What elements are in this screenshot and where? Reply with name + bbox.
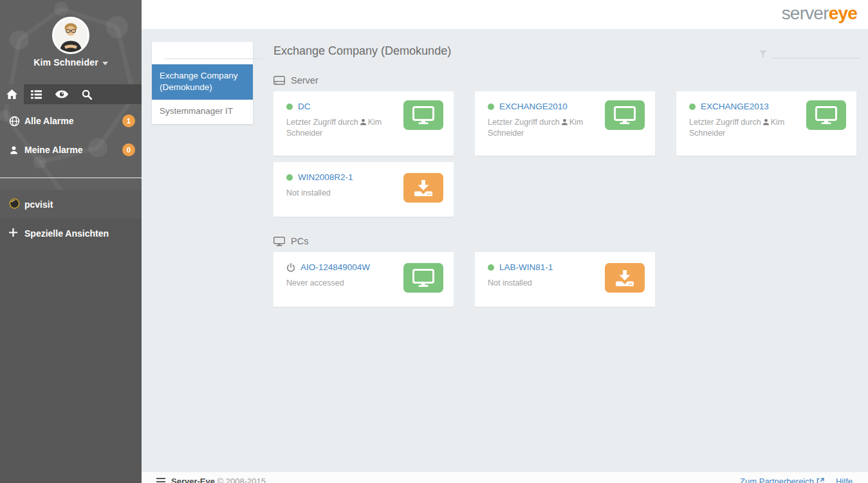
footer: Server-Eye © 2008-2015 Zum Partnerbereic… xyxy=(142,471,868,483)
sidebar-item-label: Spezielle Ansichten xyxy=(24,228,109,239)
person-icon xyxy=(360,118,367,125)
alarm-count-badge: 1 xyxy=(122,114,135,127)
subtitle-prefix: Letzter Zugriff durch xyxy=(488,118,560,127)
globe-icon xyxy=(9,116,24,127)
sidebar-lower-area xyxy=(0,219,142,483)
device-filter-input[interactable] xyxy=(772,48,859,59)
status-online-dot xyxy=(488,264,494,271)
monitor-icon xyxy=(815,106,837,124)
device-card: LAB-WIN81-1 Not installed xyxy=(475,252,655,307)
person-icon xyxy=(762,118,770,125)
download-icon xyxy=(414,180,432,196)
logo-orange-part: eye xyxy=(829,3,857,23)
monitor-icon xyxy=(412,106,434,124)
device-name: LAB-WIN81-1 xyxy=(499,262,553,272)
list-icon xyxy=(31,90,42,99)
partner-area-label: Zum Partnerbereich xyxy=(740,477,814,483)
subtitle-prefix: Letzter Zugriff durch xyxy=(689,118,761,127)
section-heading-label: Server xyxy=(291,75,319,86)
tab-list[interactable] xyxy=(24,84,49,104)
tab-search[interactable] xyxy=(74,84,99,104)
device-name: EXCHANGE2010 xyxy=(499,102,568,111)
user-name-label: Kim Schneider xyxy=(33,57,98,68)
monitor-icon xyxy=(614,106,636,124)
help-link[interactable]: Hilfe xyxy=(836,477,853,483)
monitor-icon xyxy=(412,269,434,287)
status-online-dot xyxy=(286,174,293,181)
avatar[interactable] xyxy=(52,17,89,54)
sidebar-item-label: Meine Alarme xyxy=(24,145,83,155)
device-filter-row xyxy=(759,48,859,59)
install-button[interactable] xyxy=(605,263,645,293)
sidebar-item-meine-alarme[interactable]: Meine Alarme 0 xyxy=(0,138,142,162)
device-card: EXCHANGE2013 Letzter Zugriff durchKim Sc… xyxy=(676,91,856,156)
avatar-photo xyxy=(54,19,88,52)
pc-cards: AIO-124849004W Never accessed LAB-WIN81-… xyxy=(273,252,859,307)
main-column: Exchange Company (Demokunde) Server DC L… xyxy=(273,29,859,307)
home-icon xyxy=(6,89,17,99)
company-list-item[interactable]: Exchange Company (Demokunde) xyxy=(152,64,253,100)
eye-icon xyxy=(55,90,68,98)
connect-button[interactable] xyxy=(403,100,443,130)
hamburger-icon[interactable] xyxy=(156,478,165,483)
download-icon xyxy=(616,270,634,286)
servereye-logo: servereye xyxy=(782,3,857,24)
partner-area-link[interactable]: Zum Partnerbereich xyxy=(740,477,824,483)
device-subtitle: Not installed xyxy=(286,188,405,199)
status-online-dot xyxy=(689,104,696,110)
user-menu[interactable]: Kim Schneider xyxy=(0,57,142,68)
sidebar: Kim Schneider Alle Alarme 1 Meine Alarme… xyxy=(0,0,142,483)
company-filter-input[interactable] xyxy=(165,48,264,59)
sidebar-nav-tabs xyxy=(0,84,142,104)
status-online-dot xyxy=(488,104,494,110)
tab-watchlist[interactable] xyxy=(49,84,74,104)
plus-icon xyxy=(9,228,24,239)
server-icon xyxy=(273,76,285,85)
pc-icon xyxy=(273,237,285,246)
subtitle-prefix: Letzter Zugriff durch xyxy=(286,118,358,127)
status-online-dot xyxy=(286,104,293,110)
device-subtitle: Never accessed xyxy=(286,278,405,289)
search-icon xyxy=(82,89,92,100)
device-subtitle: Letzter Zugriff durchKim Schneider xyxy=(689,117,808,139)
pcvisit-icon xyxy=(9,198,24,211)
section-heading-label: PCs xyxy=(291,236,308,246)
company-list-item[interactable]: Systemmanager IT xyxy=(152,100,253,123)
connect-button[interactable] xyxy=(403,263,443,293)
device-subtitle: Letzter Zugriff durchKim Schneider xyxy=(286,117,405,139)
connect-button[interactable] xyxy=(806,100,846,130)
chevron-down-icon xyxy=(102,62,108,66)
section-heading-pcs: PCs xyxy=(273,236,859,246)
external-link-icon xyxy=(817,478,824,483)
sidebar-item-pcvisit[interactable]: pcvisit xyxy=(0,190,142,219)
device-card: AIO-124849004W Never accessed xyxy=(273,252,454,307)
company-filter-row xyxy=(152,42,253,64)
sidebar-item-spezielle-ansichten[interactable]: Spezielle Ansichten xyxy=(0,219,142,248)
power-icon xyxy=(286,263,295,272)
device-card: WIN2008R2-1 Not installed xyxy=(273,162,454,217)
device-name: WIN2008R2-1 xyxy=(298,172,353,182)
device-subtitle: Not installed xyxy=(488,278,607,289)
user-icon xyxy=(9,145,24,155)
connect-button[interactable] xyxy=(605,100,645,130)
footer-copyright: © 2008-2015 xyxy=(217,477,266,483)
device-name: EXCHANGE2013 xyxy=(701,102,769,111)
device-name: DC xyxy=(298,102,311,111)
install-button[interactable] xyxy=(403,173,443,203)
sidebar-item-alle-alarme[interactable]: Alle Alarme 1 xyxy=(0,109,142,133)
alarm-count-badge: 0 xyxy=(122,143,135,156)
device-card: DC Letzter Zugriff durchKim Schneider xyxy=(273,91,454,156)
sidebar-item-label: Alle Alarme xyxy=(24,116,74,126)
server-cards: DC Letzter Zugriff durchKim Schneider EX… xyxy=(273,91,859,217)
device-card: EXCHANGE2010 Letzter Zugriff durchKim Sc… xyxy=(475,91,655,156)
content-area: Exchange Company (Demokunde) Systemmanag… xyxy=(142,29,868,483)
topbar: servereye xyxy=(142,0,868,29)
device-name: AIO-124849004W xyxy=(300,262,370,272)
company-list-panel: Exchange Company (Demokunde) Systemmanag… xyxy=(152,42,253,124)
filter-icon xyxy=(759,50,767,59)
footer-brand: Server-Eye xyxy=(171,477,215,483)
section-heading-server: Server xyxy=(273,75,859,86)
sidebar-item-label: pcvisit xyxy=(24,199,53,210)
tab-home[interactable] xyxy=(0,84,24,104)
sidebar-divider xyxy=(0,178,142,178)
